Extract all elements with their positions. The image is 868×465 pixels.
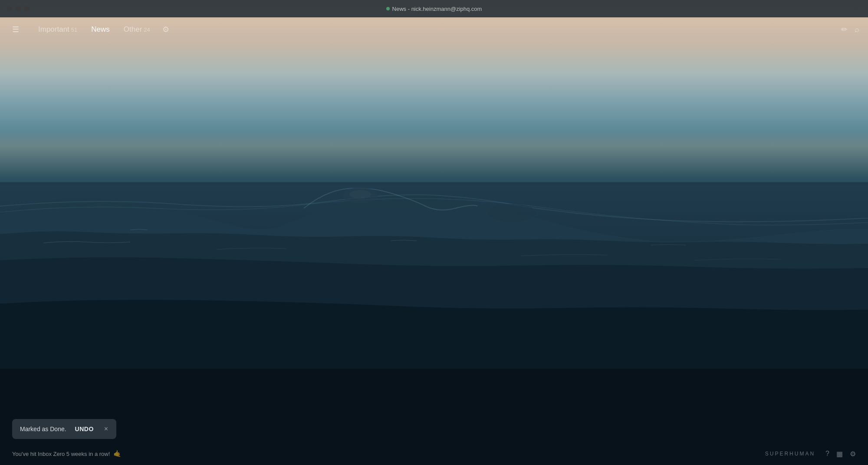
tab-other[interactable]: Other 24	[118, 23, 155, 36]
tab-important[interactable]: Important 51	[33, 23, 82, 36]
brand-name: SUPERHUMAN	[765, 451, 815, 457]
bottom-right-icons: ? ▦ ⚙	[825, 450, 856, 458]
navbar: ☰ Important 51 News Other 24 ⚙ ✏ ⌕	[0, 17, 868, 42]
toast-notification: Marked as Done. UNDO ×	[12, 419, 116, 439]
help-icon[interactable]: ?	[825, 450, 829, 458]
wave-svg	[0, 0, 868, 465]
active-dot	[386, 7, 390, 10]
maximize-button[interactable]	[24, 6, 30, 11]
window-title: News - nick.heinzmann@ziphq.com	[386, 6, 482, 12]
bottombar: You've hit Inbox Zero 5 weeks in a row! …	[0, 442, 868, 465]
important-badge: 51	[71, 26, 77, 33]
toast-message: Marked as Done.	[20, 426, 66, 432]
toast-close-button[interactable]: ×	[104, 425, 108, 433]
close-button[interactable]	[7, 6, 12, 11]
svg-point-4	[488, 204, 536, 221]
news-label: News	[91, 25, 110, 34]
compose-icon[interactable]: ✏	[841, 25, 848, 34]
inbox-zero-text: You've hit Inbox Zero 5 weeks in a row!	[12, 451, 110, 457]
other-label: Other	[124, 25, 142, 34]
fire-icon: 🤙	[113, 450, 122, 458]
other-badge: 24	[144, 26, 150, 33]
search-icon[interactable]: ⌕	[855, 25, 859, 34]
titlebar-controls	[7, 6, 30, 11]
minimize-button[interactable]	[16, 6, 21, 11]
title-text: News - nick.heinzmann@ziphq.com	[392, 6, 482, 12]
titlebar: News - nick.heinzmann@ziphq.com	[0, 0, 868, 17]
important-label: Important	[38, 25, 69, 34]
hamburger-menu[interactable]: ☰	[9, 23, 23, 36]
ocean-background	[0, 0, 868, 465]
tab-news[interactable]: News	[86, 23, 115, 36]
inbox-zero-message: You've hit Inbox Zero 5 weeks in a row! …	[12, 450, 122, 458]
settings-gear-icon[interactable]: ⚙	[159, 23, 173, 36]
undo-button[interactable]: UNDO	[75, 426, 94, 432]
svg-point-3	[349, 190, 371, 199]
nav-right-actions: ✏ ⌕	[841, 25, 859, 34]
bottom-settings-icon[interactable]: ⚙	[850, 450, 856, 458]
calendar-icon[interactable]: ▦	[836, 450, 843, 458]
